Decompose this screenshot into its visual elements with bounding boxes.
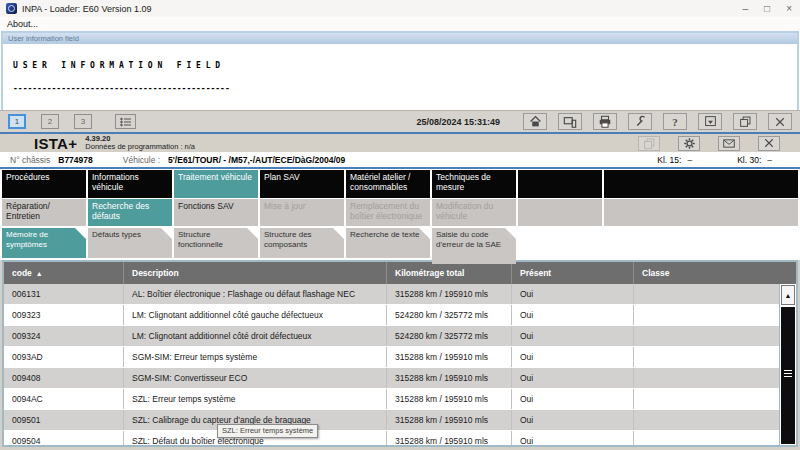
inpa-child-caption: User information field	[3, 33, 797, 44]
scrollbar-thumb[interactable]	[781, 307, 795, 444]
cell-description: LM: Clignotant additionnel côté droit dé…	[124, 326, 387, 346]
secondary-tab[interactable]: Modification du véhicule	[432, 199, 516, 226]
ista-brand: ISTA+	[34, 135, 77, 152]
cell-class	[634, 284, 779, 304]
tertiary-tab[interactable]: Défauts types	[88, 228, 172, 258]
table-body: 006131 AL: Boîtier électronique : Flasha…	[4, 284, 779, 445]
up-arrow-icon: ▲	[785, 292, 792, 299]
copy-button[interactable]	[638, 136, 660, 151]
table-row[interactable]: 0094AC SZL: Erreur temps système 315288 …	[4, 389, 779, 410]
systems-button[interactable]	[558, 113, 582, 130]
tertiary-tab[interactable]: Structure fonctionnelle	[174, 228, 258, 258]
primary-tab-empty	[518, 170, 602, 198]
vehicle-label: Véhicule :	[123, 155, 160, 165]
help-icon: ?	[672, 116, 678, 128]
col-header-present[interactable]: Présent	[512, 262, 634, 284]
cell-present: Oui	[512, 326, 634, 346]
chassis-value: B774978	[58, 155, 93, 165]
cell-present: Oui	[512, 431, 634, 445]
table-row[interactable]: 009501 SZL: Calibrage du capteur d'angle…	[4, 410, 779, 431]
cell-mileage: 315288 km / 195910 mls	[387, 347, 512, 367]
secondary-tabs: Réparation/ EntretienRecherche des défau…	[2, 199, 798, 226]
settings-button[interactable]	[678, 136, 700, 151]
page-button[interactable]: 1	[8, 114, 26, 129]
primary-tab[interactable]: Plan SAV	[260, 170, 344, 198]
cell-mileage: 315288 km / 195910 mls	[387, 431, 512, 445]
cell-present: Oui	[512, 410, 634, 430]
cell-mileage: 315288 km / 195910 mls	[387, 410, 512, 430]
tertiary-tabs: Mémoire de symptômesDéfauts typesStructu…	[2, 228, 798, 264]
col-header-mileage[interactable]: Kilométrage total	[387, 262, 512, 284]
table-row[interactable]: 009324 LM: Clignotant additionnel côté d…	[4, 326, 779, 347]
cell-mileage: 524280 km / 325772 mls	[387, 326, 512, 346]
tertiary-tab[interactable]: Mémoire de symptômes	[2, 228, 86, 258]
terminal-heading: U S E R I N F O R M A T I O N F I E L D	[13, 62, 797, 70]
mail-button[interactable]	[718, 136, 740, 151]
secondary-tab[interactable]: Mise à jour	[260, 199, 344, 226]
secondary-tab[interactable]: Remplacement du boîtier électronique	[346, 199, 430, 226]
col-header-code[interactable]: code▲	[4, 262, 124, 284]
close-app-button[interactable]	[768, 113, 792, 130]
inpa-close-button[interactable]: ×	[786, 4, 792, 14]
secondary-tab[interactable]: Réparation/ Entretien	[2, 199, 86, 226]
inpa-titlebar: INPA - Loader: E60 Version 1.09 – □ ×	[0, 0, 800, 17]
inpa-maximize-button[interactable]: □	[764, 4, 770, 14]
list-button[interactable]	[115, 114, 136, 129]
table-header: code▲ Description Kilométrage total Prés…	[4, 262, 796, 284]
table-row[interactable]: 009408 SGM-SIM: Convertisseur ECO 315288…	[4, 368, 779, 389]
primary-tab[interactable]: Procédures	[2, 170, 86, 198]
print-button[interactable]	[593, 113, 617, 130]
inpa-minimize-button[interactable]: –	[743, 4, 749, 14]
fault-table: code▲ Description Kilométrage total Prés…	[2, 260, 798, 447]
table-row[interactable]: 009323 LM: Clignotant additionnel côté g…	[4, 305, 779, 326]
secondary-tab[interactable]: Recherche des défauts	[88, 199, 172, 226]
programming-data: Données de programmation : n/a	[85, 143, 195, 152]
kl15-status: Kl. 15:–	[657, 155, 692, 165]
table-row[interactable]: 0093AD SGM-SIM: Erreur temps système 315…	[4, 347, 779, 368]
tools-button[interactable]	[628, 113, 652, 130]
home-button[interactable]	[523, 113, 547, 130]
scrollbar-grip-icon	[784, 370, 792, 379]
table-row[interactable]: 006131 AL: Boîtier électronique : Flasha…	[4, 284, 779, 305]
page-button[interactable]: 3	[74, 114, 92, 129]
primary-tab[interactable]: Traitement véhicule	[174, 170, 258, 198]
tertiary-tab[interactable]: Recherche de texte	[346, 228, 430, 258]
inpa-menubar: About...	[0, 17, 800, 31]
secondary-tab[interactable]: Fonctions SAV	[174, 199, 258, 226]
cell-class	[634, 347, 779, 367]
cell-code: 009408	[4, 368, 124, 388]
primary-tab[interactable]: Techniques de mesure	[432, 170, 516, 198]
main-toolbar: 123 25/08/2024 15:31:49 ?	[0, 110, 800, 134]
page-button[interactable]: 2	[41, 114, 59, 129]
inpa-terminal: U S E R I N F O R M A T I O N F I E L D …	[3, 44, 797, 110]
cell-present: Oui	[512, 284, 634, 304]
restore-window-button[interactable]	[733, 113, 757, 130]
primary-tab[interactable]: Matériel atelier / consommables	[346, 170, 430, 198]
col-header-description[interactable]: Description	[124, 262, 387, 284]
col-header-class[interactable]: Classe	[634, 262, 796, 284]
cell-class	[634, 410, 779, 430]
menu-about[interactable]: About...	[7, 19, 38, 29]
close-session-button[interactable]	[758, 136, 780, 151]
restore-icon	[739, 115, 752, 128]
cell-mileage: 315288 km / 195910 mls	[387, 368, 512, 388]
help-button[interactable]: ?	[663, 113, 687, 130]
tertiary-tab[interactable]: Structure des composants	[260, 228, 344, 258]
list-icon	[120, 117, 132, 127]
home-icon	[529, 115, 542, 128]
cell-code: 009324	[4, 326, 124, 346]
ista-version-block: 4.39.20 Données de programmation : n/a	[85, 135, 195, 152]
cell-class	[634, 305, 779, 325]
table-row[interactable]: 009504 SZL: Défaut du boîtier électroniq…	[4, 431, 779, 445]
table-scrollbar[interactable]: ▲	[779, 284, 796, 445]
minimize-window-button[interactable]	[698, 113, 722, 130]
cell-present: Oui	[512, 305, 634, 325]
vehicle-info-row: N° châssis B774978 Véhicule : 5'/E61/TOU…	[0, 152, 800, 169]
primary-tabs: ProcéduresInformations véhiculeTraitemen…	[2, 170, 798, 198]
tertiary-tab[interactable]: Saisie du code d'erreur de la SAE	[432, 228, 516, 264]
scrollbar-up-button[interactable]: ▲	[781, 285, 795, 305]
primary-tab[interactable]: Informations véhicule	[88, 170, 172, 198]
cell-description: SZL: Erreur temps système	[124, 389, 387, 409]
minimize-icon	[704, 115, 717, 128]
inpa-app-icon	[6, 3, 17, 14]
